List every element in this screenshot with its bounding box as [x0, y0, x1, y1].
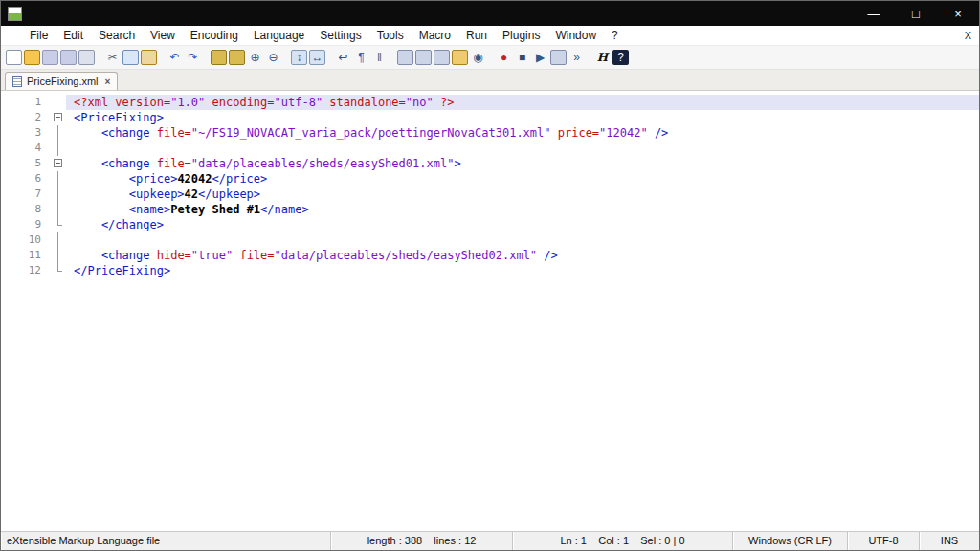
monitoring-icon[interactable]: ◉ [470, 50, 486, 65]
fold-margin [51, 125, 66, 141]
redo-icon[interactable]: ↷ [185, 50, 201, 65]
open-folder-icon[interactable] [24, 50, 40, 65]
code-token: /> [648, 126, 669, 140]
document-map-icon[interactable] [415, 50, 432, 65]
code-token: <change [74, 157, 157, 170]
editor-text-area[interactable]: 1<?xml version="1.0" encoding="utf-8" st… [1, 91, 979, 531]
menu-run[interactable]: Run [458, 26, 495, 46]
menu-help[interactable]: ? [604, 26, 626, 46]
code-token: hide= [157, 249, 191, 262]
menu-search[interactable]: Search [91, 26, 143, 46]
document-icon [12, 76, 22, 87]
menu-view[interactable]: View [143, 26, 183, 46]
menu-close-document-button[interactable]: X [965, 30, 971, 41]
toolbar-separator [326, 50, 334, 65]
line-number: 8 [1, 202, 51, 217]
fold-line [57, 141, 58, 156]
code-token: "utf-8" [275, 96, 323, 109]
print-icon[interactable] [78, 50, 95, 65]
textfx-html-icon[interactable]: H [594, 50, 611, 65]
menu-file[interactable]: File [22, 26, 56, 46]
status-doc-type: eXtensible Markup Language file [1, 532, 331, 550]
zoom-in-icon[interactable]: ⊕ [247, 50, 263, 65]
menu-tools[interactable]: Tools [369, 26, 412, 46]
fold-margin [51, 248, 66, 263]
cut-icon[interactable]: ✂ [104, 50, 121, 65]
fold-margin: − [51, 156, 66, 171]
macro-run-multiple-icon[interactable]: » [568, 50, 585, 65]
user-defined-dialog-icon[interactable] [397, 50, 413, 65]
code-token: <upkeep> [74, 187, 185, 201]
line-number: 5 [1, 156, 51, 171]
editor-line: 7 <upkeep>42</upkeep> [1, 187, 979, 202]
code-token: "12042" [599, 126, 648, 140]
status-encoding: UTF-8 [848, 532, 920, 550]
maximize-button[interactable]: □ [895, 1, 937, 26]
fold-toggle-icon[interactable]: − [54, 159, 62, 167]
code-token: </change> [74, 218, 164, 231]
close-button[interactable]: × [937, 1, 979, 26]
code-token: 42 [185, 187, 198, 201]
paste-icon[interactable] [141, 50, 157, 65]
code-token: file= [157, 157, 191, 170]
code-token: <change [74, 126, 157, 140]
code-token: ?> [434, 96, 455, 109]
macro-record-icon[interactable]: ● [496, 50, 512, 65]
sync-vertical-icon[interactable]: ↕ [291, 50, 307, 65]
menu-edit[interactable]: Edit [56, 26, 91, 46]
fold-line [57, 248, 58, 263]
menu-settings[interactable]: Settings [312, 26, 368, 46]
save-file-icon[interactable] [42, 50, 58, 65]
line-number: 1 [1, 95, 51, 110]
fold-line [57, 232, 58, 248]
replace-icon[interactable] [229, 50, 245, 65]
function-list-icon[interactable] [434, 50, 450, 65]
sync-horizontal-icon[interactable]: ↔ [309, 50, 325, 65]
macro-play-icon[interactable]: ▶ [532, 50, 548, 65]
fold-toggle-icon[interactable]: − [54, 113, 62, 121]
menu-macro[interactable]: Macro [412, 26, 458, 46]
status-doc-size: length : 388 lines : 12 [331, 532, 513, 550]
folder-as-workspace-icon[interactable] [452, 50, 468, 65]
menu-bar: FileEditSearchViewEncodingLanguageSettin… [1, 26, 979, 46]
macro-stop-icon[interactable]: ■ [514, 50, 530, 65]
code-line: <change file="~/FS19_NOVACAT_varia_pack/… [66, 125, 979, 141]
find-icon[interactable] [211, 50, 227, 65]
toolbar-separator [158, 50, 166, 65]
menu-encoding[interactable]: Encoding [183, 26, 246, 46]
minimize-button[interactable]: — [853, 1, 895, 26]
macro-save-icon[interactable] [550, 50, 567, 65]
menu-plugins[interactable]: Plugins [495, 26, 547, 46]
show-all-characters-icon[interactable]: ¶ [353, 50, 369, 65]
line-number: 12 [1, 263, 51, 278]
new-file-icon[interactable] [6, 50, 22, 65]
menu-language[interactable]: Language [246, 26, 312, 46]
editor-line: 8 <name>Petey Shed #1</name> [1, 202, 979, 217]
code-line: <?xml version="1.0" encoding="utf-8" sta… [66, 95, 979, 110]
editor-line: 3 <change file="~/FS19_NOVACAT_varia_pac… [1, 125, 979, 141]
menu-window[interactable]: Window [547, 26, 604, 46]
fold-margin [51, 263, 66, 278]
copy-icon[interactable] [122, 50, 139, 65]
show-indent-guide-icon[interactable]: ‖ [371, 50, 388, 65]
tab-close-icon[interactable]: × [103, 77, 111, 87]
code-line: <upkeep>42</upkeep> [66, 187, 979, 202]
fold-end [57, 217, 62, 226]
editor-line: 4 [1, 141, 979, 156]
line-number: 10 [1, 232, 51, 248]
undo-icon[interactable]: ↶ [167, 50, 183, 65]
zoom-out-icon[interactable]: ⊖ [265, 50, 281, 65]
code-token: file= [233, 249, 274, 262]
word-wrap-icon[interactable]: ↩ [335, 50, 351, 65]
code-token: "no" [406, 96, 434, 109]
code-token: <PriceFixing> [74, 111, 164, 124]
plugin-panel-icon[interactable]: ? [612, 50, 629, 65]
editor-line: 2−<PriceFixing> [1, 110, 979, 125]
line-number: 11 [1, 248, 51, 263]
fold-margin [51, 232, 66, 248]
code-token: <price> [74, 172, 177, 186]
tab-pricefixing-xml[interactable]: PriceFixing.xml× [5, 72, 118, 90]
code-token: </name> [260, 203, 309, 216]
fold-line [57, 187, 58, 202]
save-all-icon[interactable] [60, 50, 77, 65]
